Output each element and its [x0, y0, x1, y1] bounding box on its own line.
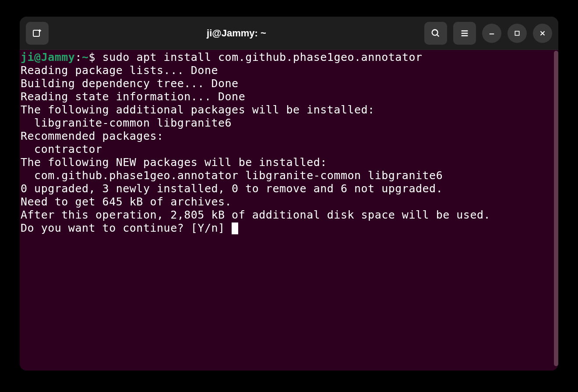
output-line: Reading package lists... Done — [21, 64, 218, 77]
svg-line-4 — [437, 34, 439, 36]
titlebar-controls — [424, 22, 552, 45]
close-icon — [539, 29, 546, 37]
cursor — [232, 222, 238, 234]
output-line: Need to get 645 kB of archives. — [21, 195, 232, 208]
minimize-button[interactable] — [482, 24, 501, 43]
terminal-window: ji@Jammy: ~ — [20, 17, 558, 371]
new-tab-icon — [32, 28, 42, 39]
output-line: Building dependency tree... Done — [21, 77, 239, 90]
minimize-icon — [488, 29, 496, 37]
output-line: The following NEW packages will be insta… — [21, 156, 327, 169]
prompt-user-host: ji@Jammy — [21, 51, 75, 64]
maximize-button[interactable] — [508, 24, 527, 43]
output-line: After this operation, 2,805 kB of additi… — [21, 208, 490, 221]
output-line: contractor — [21, 143, 102, 155]
command-text: sudo apt install com.github.phase1geo.an… — [102, 51, 423, 64]
menu-button[interactable] — [453, 22, 476, 45]
output-line: com.github.phase1geo.annotator libgranit… — [21, 169, 443, 182]
terminal-body[interactable]: ji@Jammy:~$ sudo apt install com.github.… — [20, 50, 558, 371]
prompt-dollar: $ — [89, 51, 102, 64]
close-button[interactable] — [533, 24, 552, 43]
output-line: libgranite-common libgranite6 — [21, 117, 232, 129]
search-button[interactable] — [424, 22, 447, 45]
output-line: Do you want to continue? [Y/n] — [21, 222, 232, 234]
prompt-colon: : — [75, 51, 82, 64]
window-title: ji@Jammy: ~ — [52, 28, 421, 39]
hamburger-icon — [460, 28, 469, 38]
new-tab-button[interactable] — [26, 22, 49, 45]
prompt-path: ~ — [82, 51, 89, 64]
output-line: Recommended packages: — [21, 130, 164, 142]
output-line: Reading state information... Done — [21, 90, 245, 103]
svg-rect-0 — [33, 30, 39, 36]
maximize-icon — [514, 30, 521, 37]
scrollbar[interactable] — [554, 51, 558, 366]
svg-rect-9 — [515, 31, 519, 35]
titlebar: ji@Jammy: ~ — [20, 17, 558, 50]
output-line: 0 upgraded, 3 newly installed, 0 to remo… — [21, 182, 443, 195]
output-line: The following additional packages will b… — [21, 103, 375, 116]
search-icon — [431, 28, 441, 38]
prompt-line: ji@Jammy:~$ sudo apt install com.github.… — [21, 51, 423, 64]
svg-point-3 — [432, 29, 438, 35]
